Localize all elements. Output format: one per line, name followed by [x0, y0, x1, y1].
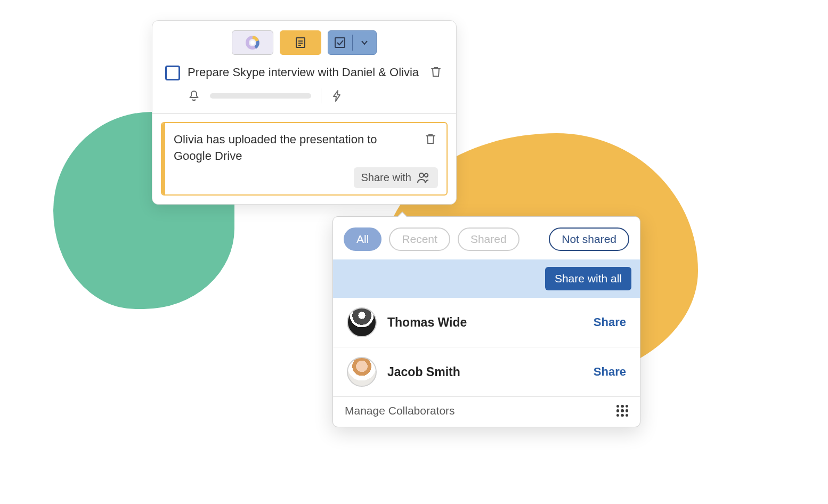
share-person-button[interactable]: Share — [594, 365, 626, 379]
check-main-button[interactable] — [328, 37, 352, 48]
view-check-split-button[interactable] — [328, 30, 377, 55]
person-row: Thomas Wide Share — [333, 298, 640, 347]
people-icon — [417, 172, 431, 184]
donut-chart-icon — [246, 36, 259, 50]
reminder-button[interactable] — [188, 90, 200, 102]
note-text[interactable]: Olivia has uploaded the presentation to … — [174, 132, 417, 165]
share-filter-row: All Recent Shared Not shared — [333, 217, 640, 259]
share-with-label: Share with — [361, 172, 412, 184]
note-accent — [162, 123, 165, 195]
share-with-button[interactable]: Share with — [354, 167, 439, 188]
avatar — [347, 307, 377, 337]
task-title[interactable]: Prepare Skype interview with Daniel & Ol… — [188, 64, 422, 81]
task-card: Prepare Skype interview with Daniel & Ol… — [152, 20, 457, 205]
task-row: Prepare Skype interview with Daniel & Ol… — [152, 60, 456, 81]
quick-action-button[interactable] — [331, 90, 344, 102]
task-checkbox[interactable] — [165, 66, 180, 80]
filter-shared[interactable]: Shared — [458, 227, 519, 251]
svg-point-1 — [250, 40, 255, 45]
task-progress[interactable] — [210, 93, 311, 99]
chevron-down-icon — [360, 38, 369, 47]
check-icon — [334, 37, 346, 48]
bolt-icon — [331, 90, 344, 102]
person-name: Jacob Smith — [387, 365, 583, 379]
share-popover: All Recent Shared Not shared Share with … — [332, 216, 640, 427]
popover-arrow — [397, 212, 408, 217]
trash-icon — [429, 66, 442, 78]
filter-all[interactable]: All — [344, 227, 381, 251]
view-donut-button[interactable] — [232, 30, 273, 55]
svg-point-7 — [419, 173, 424, 177]
task-toolbar — [152, 21, 456, 60]
task-meta — [152, 81, 456, 111]
trash-icon — [424, 133, 437, 145]
share-person-button[interactable]: Share — [594, 315, 626, 329]
note-card[interactable]: Olivia has uploaded the presentation to … — [161, 122, 448, 196]
person-name: Thomas Wide — [387, 315, 583, 330]
svg-rect-6 — [335, 38, 345, 47]
filter-not-shared[interactable]: Not shared — [549, 227, 629, 251]
bell-icon — [188, 90, 200, 102]
view-note-button[interactable] — [280, 30, 321, 55]
check-dropdown-button[interactable] — [353, 38, 377, 47]
note-icon — [294, 36, 307, 49]
share-footer: Manage Collaborators — [333, 397, 640, 427]
avatar — [347, 357, 377, 387]
divider — [152, 113, 456, 113]
person-row: Jacob Smith Share — [333, 347, 640, 397]
task-delete-button[interactable] — [429, 66, 443, 79]
svg-point-8 — [425, 174, 428, 177]
grid-menu-button[interactable] — [616, 405, 628, 417]
note-delete-button[interactable] — [424, 133, 438, 147]
share-with-all-button[interactable]: Share with all — [545, 267, 631, 290]
meta-divider — [321, 88, 321, 103]
share-all-bar: Share with all — [333, 259, 640, 298]
manage-collaborators-link[interactable]: Manage Collaborators — [345, 404, 455, 417]
filter-recent[interactable]: Recent — [389, 227, 450, 251]
